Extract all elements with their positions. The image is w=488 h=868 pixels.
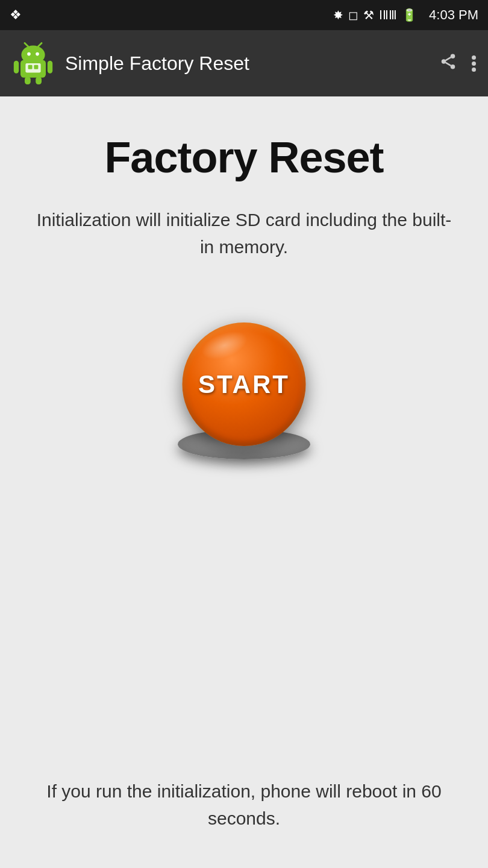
svg-line-17 — [446, 57, 451, 60]
page-title: Factory Reset — [104, 133, 383, 182]
svg-point-14 — [442, 59, 446, 64]
start-button-label: START — [198, 370, 290, 399]
svg-point-13 — [451, 54, 455, 58]
svg-point-3 — [36, 52, 39, 56]
svg-point-1 — [21, 46, 45, 64]
status-time: 4:03 PM — [429, 7, 478, 23]
signal-icon: ⅠⅡⅢ — [379, 8, 397, 22]
button-top[interactable]: START — [183, 322, 306, 446]
bluetooth-icon: ✸ — [333, 8, 343, 22]
alarm-icon: ⚒ — [363, 8, 374, 22]
svg-rect-7 — [48, 61, 52, 74]
svg-line-4 — [25, 43, 28, 46]
app-bar: Simple Factory Reset — [0, 30, 488, 96]
more-vert-icon[interactable] — [472, 54, 476, 73]
share-icon[interactable] — [439, 52, 457, 75]
battery-icon: 🔋 — [402, 8, 417, 22]
svg-rect-6 — [14, 61, 19, 74]
svg-rect-11 — [28, 65, 33, 69]
svg-rect-12 — [34, 65, 38, 69]
start-button[interactable]: START — [175, 321, 313, 459]
svg-point-2 — [27, 52, 31, 56]
app-title: Simple Factory Reset — [65, 52, 439, 75]
bottom-note: If you run the initialization, phone wil… — [33, 778, 455, 832]
svg-line-16 — [446, 62, 451, 65]
svg-line-5 — [38, 43, 42, 46]
app-icon — [12, 42, 54, 84]
svg-point-15 — [451, 64, 455, 69]
sim-icon: ◻ — [348, 8, 358, 22]
launcher-icon: ❖ — [10, 7, 22, 23]
svg-rect-10 — [25, 63, 40, 72]
status-bar: ❖ ✸ ◻ ⚒ ⅠⅡⅢ 🔋 4:03 PM — [0, 0, 488, 30]
svg-rect-8 — [25, 77, 31, 84]
description-text: Initialization will initialize SD card i… — [33, 206, 455, 260]
svg-rect-9 — [36, 77, 42, 84]
main-content: Factory Reset Initialization will initia… — [0, 96, 488, 868]
